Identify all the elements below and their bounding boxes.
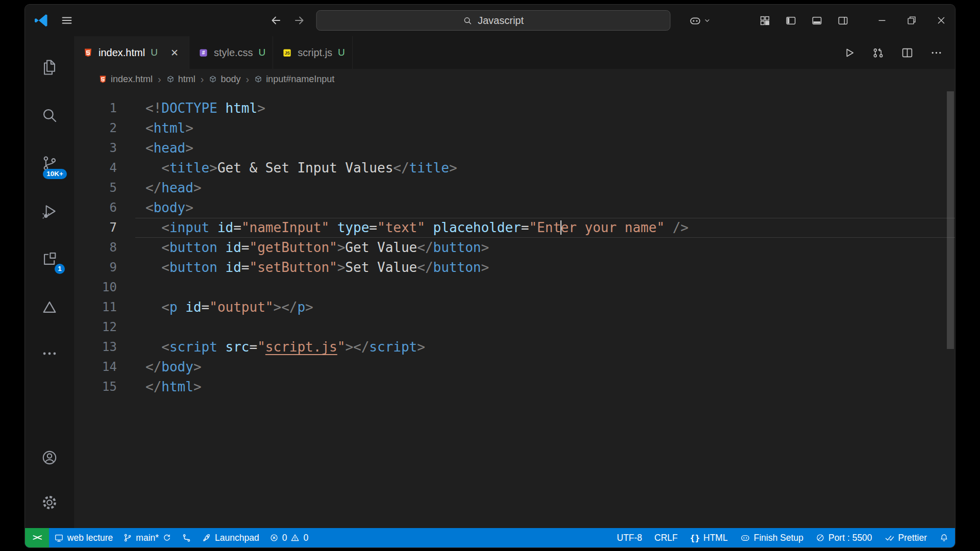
line-number: 14 [74,357,135,377]
problems-indicator[interactable]: 0 0 [264,528,313,547]
git-compare-icon[interactable] [872,46,885,59]
code-lines: 1<!DOCTYPE html>2<html>3<head>4 <title>G… [74,98,955,397]
code-editor[interactable]: 1<!DOCTYPE html>2<html>3<head>4 <title>G… [74,89,955,528]
status-bar: >< web lecture main* [25,528,955,547]
close-window-icon[interactable] [936,15,947,26]
tab-label: index.html [99,47,145,59]
scrollbar[interactable] [946,89,955,528]
code-text: <input id="nameInput" type="text" placeh… [135,218,955,238]
tab-style-css[interactable]: # style.css U [189,36,273,69]
explorer-icon[interactable] [25,43,74,91]
code-line-7[interactable]: 7 <input id="nameInput" type="text" plac… [74,218,955,238]
code-text: <script src="script.js"></script> [135,337,955,357]
branch-icon [123,533,132,542]
scrollbar-thumb[interactable] [947,91,954,349]
line-number: 1 [74,98,135,118]
menu-icon[interactable] [61,14,73,27]
code-line-1[interactable]: 1<!DOCTYPE html> [74,98,955,118]
symbol-cube-icon [254,75,262,83]
line-number: 4 [74,158,135,178]
extensions-icon[interactable]: 1 [25,235,74,283]
code-line-5[interactable]: 5</head> [74,178,955,198]
code-text: <html> [135,118,955,138]
line-number: 9 [74,258,135,278]
code-line-14[interactable]: 14</body> [74,357,955,377]
remote-indicator[interactable]: >< [25,528,49,547]
tab-label: style.css [214,47,253,59]
code-line-13[interactable]: 13 <script src="script.js"></script> [74,337,955,357]
extensions-badge: 1 [55,264,65,274]
close-tab-icon[interactable]: ✕ [167,45,182,60]
code-line-8[interactable]: 8 <button id="getButton">Get Value</butt… [74,238,955,258]
back-arrow-icon[interactable] [270,14,283,27]
copilot-menu-button[interactable] [689,14,711,27]
line-number: 3 [74,138,135,158]
html-file-icon [99,75,107,84]
split-editor-icon[interactable] [901,46,914,59]
launchpad-label: Launchpad [215,533,259,543]
run-debug-icon[interactable] [25,187,74,235]
copilot-status-indicator[interactable]: Finish Setup [734,528,810,547]
svg-text:JS: JS [285,51,290,56]
extension-triangle-icon[interactable] [25,283,74,331]
formatter-indicator[interactable]: Prettier [878,528,933,547]
source-control-icon[interactable]: 10K+ [25,139,74,187]
breadcrumb-item-html[interactable]: html [166,74,195,85]
toggle-secondary-sidebar-icon[interactable] [837,15,849,27]
toggle-primary-sidebar-icon[interactable] [785,15,797,27]
code-text: <button id="getButton">Get Value</button… [135,238,955,258]
git-branch-indicator[interactable]: main* [118,528,177,547]
line-number: 13 [74,337,135,357]
breadcrumb-item-input[interactable]: input#nameInput [254,74,334,85]
tab-index-html[interactable]: index.html U ✕ [74,36,189,69]
port-label: Port : 5500 [828,533,872,543]
line-number: 5 [74,178,135,198]
error-count: 0 [282,533,287,543]
symbol-cube-icon [209,75,217,83]
search-bar[interactable]: Javascript [316,10,671,31]
source-control-graph-indicator[interactable] [177,528,197,547]
tab-label: script.js [298,47,332,59]
breadcrumb-item-file[interactable]: index.html [99,74,153,85]
line-number: 15 [74,377,135,397]
vscode-window: Javascript [24,4,955,548]
breadcrumb-item-body[interactable]: body [209,74,240,85]
editor-more-actions-icon[interactable] [930,46,943,59]
search-view-icon[interactable] [25,91,74,139]
notifications-bell[interactable] [933,528,955,547]
code-line-11[interactable]: 11 <p id="output"></p> [74,297,955,317]
toggle-panel-icon[interactable] [811,15,823,27]
code-line-10[interactable]: 10 [74,278,955,297]
monitor-icon [54,533,64,543]
copilot-label: Finish Setup [754,533,803,543]
encoding-indicator[interactable]: UTF-8 [611,528,649,547]
code-line-3[interactable]: 3<head> [74,138,955,158]
svg-text:#: # [202,50,205,56]
code-text: </body> [135,357,955,377]
minimize-icon[interactable] [876,15,888,26]
tab-script-js[interactable]: JS script.js U [273,36,353,69]
eol-indicator[interactable]: CRLF [648,528,684,547]
settings-gear-icon[interactable] [25,480,74,525]
forward-arrow-icon[interactable] [293,14,306,27]
live-server-port-indicator[interactable]: Port : 5500 [810,528,878,547]
code-line-15[interactable]: 15</html> [74,377,955,397]
code-line-6[interactable]: 6<body> [74,198,955,218]
line-number: 10 [74,278,135,297]
more-views-icon[interactable] [25,331,74,376]
code-line-12[interactable]: 12 [74,317,955,337]
language-mode-indicator[interactable]: {} HTML [684,528,734,547]
code-text: <!DOCTYPE html> [135,98,955,118]
chevron-separator-icon: › [201,73,204,85]
eol-label: CRLF [654,533,678,543]
restore-icon[interactable] [906,15,917,26]
customize-layout-icon[interactable] [759,15,771,27]
account-icon[interactable] [25,435,74,480]
code-line-4[interactable]: 4 <title>Get & Set Input Values</title> [74,158,955,178]
workspace-indicator[interactable]: web lecture [49,528,118,547]
code-line-2[interactable]: 2<html> [74,118,955,138]
run-file-icon[interactable] [843,46,855,59]
launchpad-indicator[interactable]: Launchpad [197,528,264,547]
vscode-logo [33,13,48,28]
code-line-9[interactable]: 9 <button id="setButton">Set Value</butt… [74,258,955,278]
